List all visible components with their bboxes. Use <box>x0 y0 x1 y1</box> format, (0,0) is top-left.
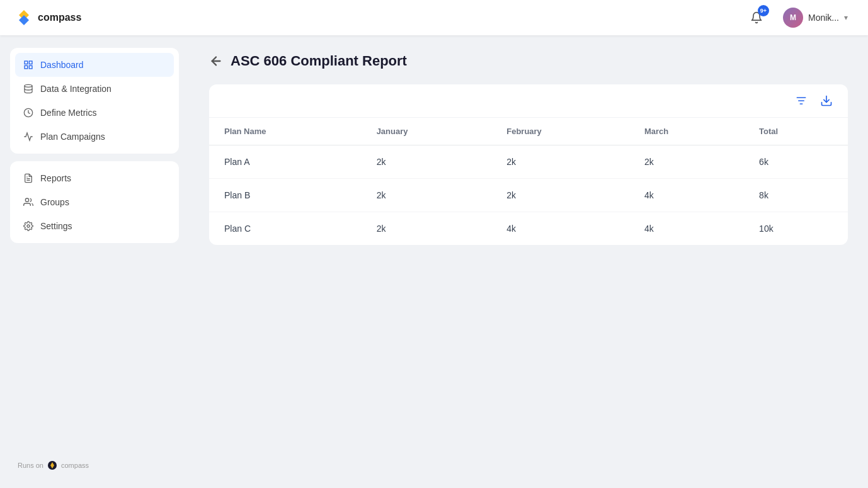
col-january: January <box>362 118 492 145</box>
cell-0-2: 2k <box>491 145 629 179</box>
cell-0-1: 2k <box>362 145 492 179</box>
sidebar-item-data-integration[interactable]: Data & Integration <box>15 77 174 101</box>
svg-rect-5 <box>29 65 32 69</box>
sidebar-group-1: Dashboard Data & Integration Define M <box>10 48 179 154</box>
sidebar: Dashboard Data & Integration Define M <box>0 35 189 488</box>
table-card: Plan Name January February March Total P… <box>209 84 848 245</box>
sidebar-item-reports[interactable]: Reports <box>15 166 174 190</box>
cell-0-4: 6k <box>744 145 848 179</box>
table-row: Plan C2k4k4k10k <box>209 212 848 246</box>
cell-1-3: 4k <box>629 179 744 212</box>
dashboard-icon <box>23 59 34 71</box>
report-table: Plan Name January February March Total P… <box>209 118 848 245</box>
sidebar-item-plan-campaigns[interactable]: Plan Campaigns <box>15 125 174 149</box>
cell-2-2: 4k <box>491 212 629 246</box>
sidebar-item-groups[interactable]: Groups <box>15 190 174 214</box>
sidebar-item-label: Settings <box>40 221 72 231</box>
col-plan-name: Plan Name <box>209 118 362 145</box>
filter-icon <box>795 94 808 107</box>
col-march: March <box>629 118 744 145</box>
cell-1-4: 8k <box>744 179 848 212</box>
back-button[interactable] <box>209 54 223 68</box>
compass-small-icon <box>47 460 57 470</box>
layout: Dashboard Data & Integration Define M <box>0 35 868 488</box>
campaigns-icon <box>23 131 34 142</box>
table-row: Plan A2k2k2k6k <box>209 145 848 179</box>
notification-button[interactable]: 9+ <box>745 6 768 29</box>
topbar: compass 9+ M Monik... ▾ <box>0 0 868 35</box>
runs-on-label: Runs on <box>18 462 43 469</box>
col-february: February <box>491 118 629 145</box>
sidebar-item-define-metrics[interactable]: Define Metrics <box>15 101 174 125</box>
page-header: ASC 606 Compliant Report <box>209 53 848 69</box>
avatar: M <box>783 8 803 28</box>
topbar-right: 9+ M Monik... ▾ <box>745 5 853 30</box>
sidebar-item-label: Dashboard <box>40 60 84 70</box>
svg-rect-2 <box>25 61 28 64</box>
user-menu[interactable]: M Monik... ▾ <box>778 5 853 30</box>
download-icon <box>820 94 833 107</box>
sidebar-item-settings[interactable]: Settings <box>15 214 174 238</box>
col-total: Total <box>744 118 848 145</box>
sidebar-item-label: Data & Integration <box>40 84 111 94</box>
settings-icon <box>23 220 34 232</box>
sidebar-item-label: Groups <box>40 197 69 207</box>
main-content: ASC 606 Compliant Report <box>189 35 868 488</box>
runs-on-brand: compass <box>61 462 89 469</box>
cell-0-0: Plan A <box>209 145 362 179</box>
runs-on: Runs on compass <box>10 455 179 475</box>
svg-point-10 <box>25 198 28 201</box>
svg-point-6 <box>25 84 32 87</box>
user-name: Monik... <box>808 13 839 23</box>
cell-2-0: Plan C <box>209 212 362 246</box>
sidebar-item-label: Define Metrics <box>40 108 96 118</box>
svg-point-11 <box>27 225 30 227</box>
arrow-left-icon <box>209 54 223 68</box>
filter-button[interactable] <box>792 92 810 110</box>
cell-2-3: 4k <box>629 212 744 246</box>
sidebar-item-label: Plan Campaigns <box>40 132 105 142</box>
table-header-row: Plan Name January February March Total <box>209 118 848 145</box>
sidebar-item-label: Reports <box>40 173 71 183</box>
cell-2-1: 2k <box>362 212 492 246</box>
table-toolbar <box>209 84 848 118</box>
svg-rect-4 <box>25 65 28 69</box>
groups-icon <box>23 196 34 208</box>
logo-icon <box>15 9 33 26</box>
cell-2-4: 10k <box>744 212 848 246</box>
cell-0-3: 2k <box>629 145 744 179</box>
cell-1-0: Plan B <box>209 179 362 212</box>
cell-1-1: 2k <box>362 179 492 212</box>
metrics-icon <box>23 107 34 118</box>
logo-area: compass <box>15 9 81 26</box>
chevron-down-icon: ▾ <box>844 13 848 22</box>
cell-1-2: 2k <box>491 179 629 212</box>
data-icon <box>23 83 34 94</box>
svg-rect-3 <box>29 61 32 64</box>
reports-icon <box>23 173 34 184</box>
table-row: Plan B2k2k4k8k <box>209 179 848 212</box>
logo-text: compass <box>38 12 81 23</box>
sidebar-item-dashboard[interactable]: Dashboard <box>15 53 174 77</box>
download-button[interactable] <box>818 92 835 110</box>
notification-badge: 9+ <box>758 5 769 16</box>
page-title: ASC 606 Compliant Report <box>231 53 407 69</box>
sidebar-group-2: Reports Groups <box>10 161 179 243</box>
